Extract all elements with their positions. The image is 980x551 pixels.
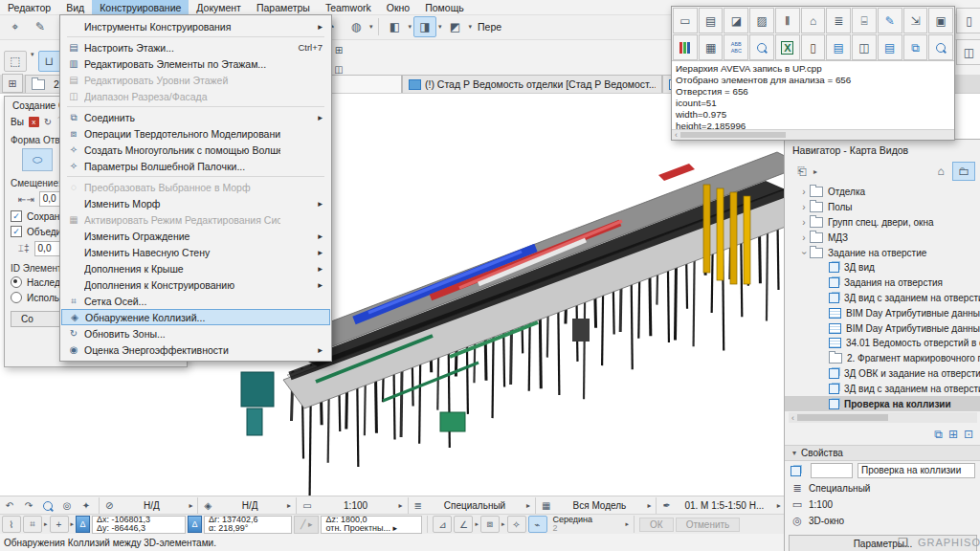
slab-tool-icon[interactable]: ◪ — [724, 8, 748, 33]
transform-icon[interactable]: ⧈ — [480, 516, 500, 533]
delta-z-field[interactable]: Δz: 1800,0 отн. Проектны... ▸ — [321, 516, 422, 534]
menu-teamwork[interactable]: Teamwork — [318, 0, 379, 14]
menu-item[interactable]: Изменить Морф▸ — [61, 195, 330, 211]
tree-expander-icon[interactable]: › — [798, 232, 810, 243]
magic-wand-icon[interactable]: ✧ — [507, 516, 526, 533]
menu-item[interactable]: ⧉Соединить▸ — [61, 109, 330, 125]
view-map-icon[interactable]: 🗀 — [952, 162, 975, 181]
tree-expander-icon[interactable]: › — [798, 217, 810, 228]
redo-icon[interactable]: ↷ — [19, 497, 38, 515]
rename-icon[interactable]: АБВ ABC — [724, 34, 748, 60]
window-last-icon[interactable]: ◩ — [444, 16, 467, 37]
pickup-parameters-icon[interactable]: ⌖ — [4, 16, 27, 37]
rotate-icon[interactable]: ↻ — [44, 117, 52, 127]
angle-snap-icon[interactable]: ∠ — [454, 516, 473, 533]
delta-r-angle-field[interactable]: Δr: 137402,6α: 218,99° — [204, 516, 292, 534]
tab-overview-button[interactable]: ⊞ — [2, 74, 23, 93]
tree-item[interactable]: 3Д вид — [785, 260, 980, 276]
tree-item[interactable]: Задания на отверстия — [785, 276, 980, 291]
collapse-icon[interactable]: ▾ — [792, 449, 796, 457]
zoom-icon[interactable] — [38, 497, 57, 515]
snap-point-field[interactable]: Середина2 — [549, 517, 624, 533]
origin-icon[interactable]: + — [50, 516, 69, 533]
menu-помощь[interactable]: Помощь — [417, 0, 472, 14]
door-panel-icon[interactable]: ▯ — [956, 8, 980, 33]
menu-конструирование[interactable]: Конструирование — [92, 0, 189, 14]
hierarchy-tool-icon[interactable]: ⌸ — [852, 8, 877, 33]
pen-set-combo[interactable]: ✒01. М 1:5-1:50 Н...▸ — [659, 497, 782, 514]
tree-item[interactable]: ›Отделка — [785, 185, 980, 200]
scale-combo[interactable]: ▭1:100▸ — [300, 497, 404, 514]
keep-checkbox[interactable]: ✓ — [11, 210, 22, 222]
view-name-input[interactable]: Проверка на коллизии — [858, 463, 975, 478]
menu-документ[interactable]: Документ — [189, 0, 249, 14]
tree-item[interactable]: 3Д вид с заданием на отверстия — [785, 291, 980, 306]
scroll-thumb[interactable] — [680, 132, 786, 138]
tree-item[interactable]: ›Полы — [785, 200, 980, 215]
window-type-value[interactable]: 3D-окно — [809, 516, 844, 526]
tree-item[interactable]: 3Д ОВК и задание на отверстия — [785, 366, 980, 382]
partial-structure-combo[interactable]: ▦Вся Модель▸ — [539, 497, 653, 514]
mep-tool-icon[interactable]: ≣ — [826, 8, 851, 33]
project-chooser-icon[interactable]: ⎗ — [791, 162, 813, 181]
menu-item[interactable]: ▤Настроить Этажи...Ctrl+7 — [61, 39, 330, 55]
tree-scrollbar[interactable]: ‹ — [789, 412, 977, 423]
house-tool-icon[interactable]: ⌂ — [801, 8, 826, 33]
menu-item[interactable]: ✧Параметры Волшебной Палочки... — [61, 158, 330, 174]
menu-item[interactable]: ▥Редактировать Элементы по Этажам... — [61, 55, 330, 72]
link-boxes-icon[interactable]: ⧉ — [903, 34, 928, 60]
view-id-input[interactable] — [811, 463, 853, 478]
report-scrollbar[interactable]: ‹ — [672, 129, 954, 140]
menu-параметры[interactable]: Параметры — [249, 0, 318, 14]
window-panel-icon[interactable]: ◫ — [956, 39, 980, 65]
tree-item[interactable]: ›МДЗ — [785, 230, 980, 245]
analysis-bars-icon[interactable] — [673, 34, 698, 60]
merge-checkbox[interactable]: ✓ — [11, 226, 22, 237]
menu-item[interactable]: ◈Обнаружение Коллизий... — [61, 309, 330, 325]
tree-item[interactable]: 34.01 Ведомость отверстий в стенах и пе — [785, 336, 980, 351]
project-chooser-arrow[interactable]: ▸ — [813, 167, 817, 176]
project-map-icon[interactable]: ⌂ — [929, 162, 952, 181]
scale-value[interactable]: 1:100 — [809, 499, 833, 510]
new-folder-icon[interactable]: ⊞ — [948, 428, 958, 441]
undo-icon[interactable]: ↶ — [0, 497, 19, 515]
window-3d-icon[interactable]: ◨ — [413, 16, 436, 37]
wall-tool-icon[interactable]: ▭ — [673, 8, 698, 33]
save-view-icon[interactable]: ⊡ — [964, 428, 973, 441]
tnn-tool-icon[interactable]: ▣ — [928, 8, 953, 33]
magnet-tool-button[interactable]: ⊔ — [38, 51, 61, 72]
sketch-constraint-icon[interactable]: ⌇ — [2, 516, 21, 533]
grid-snap-icon[interactable]: ⊞ — [329, 41, 348, 58]
tree-item[interactable]: ›Групп спец. двери, окна — [785, 215, 980, 231]
tree-expander-icon[interactable]: › — [799, 247, 810, 258]
window-tool-icon[interactable]: ◫ — [852, 34, 877, 60]
gravity-icon[interactable]: ⌁ — [528, 516, 547, 533]
walk-icon[interactable]: ✦ — [77, 497, 96, 515]
search-icon[interactable] — [749, 34, 774, 60]
menu-item[interactable]: Изменить Ограждение▸ — [61, 228, 330, 244]
menu-item[interactable]: Дополнения к Крыше▸ — [61, 260, 330, 276]
tree-scroll-left-icon[interactable]: ‹ — [789, 413, 797, 423]
line-constraint-button[interactable]: ╱ ▸ — [294, 516, 319, 534]
structure-display-combo[interactable]: ◈Н/Д▸ — [201, 497, 293, 514]
window-fit-icon[interactable]: ◧ — [384, 16, 407, 37]
tree-expander-icon[interactable]: › — [798, 187, 810, 197]
close-badge-icon[interactable]: x — [29, 117, 39, 127]
grid-snap-icon[interactable]: ⌗ — [23, 516, 42, 533]
search2-icon[interactable] — [928, 34, 953, 60]
orbit-icon[interactable]: ◍ — [345, 16, 368, 37]
inherit-radio[interactable] — [11, 276, 22, 288]
orbit-icon[interactable]: ◎ — [57, 497, 77, 515]
clone-view-icon[interactable]: ⧉ — [934, 428, 943, 441]
shape-ellipse-button[interactable]: ⬭ — [22, 148, 53, 171]
tree-item[interactable]: Проверка на коллизии — [785, 396, 980, 411]
tree-item[interactable]: 3Д вид с заданием на отверстия — [785, 381, 980, 396]
tab[interactable]: (!) Стад Р Ведомость отделки [Стад Р Вед… — [402, 75, 662, 93]
menu-item[interactable]: ↻Обновить Зоны... — [61, 325, 330, 342]
coordinate-delta-toggle[interactable]: Δ — [76, 516, 90, 533]
roof-tool-icon[interactable]: ▨ — [749, 8, 774, 33]
menu-вид[interactable]: Вид — [58, 0, 92, 14]
menu-редактор[interactable]: Редактор — [0, 0, 58, 14]
window-stack-icon[interactable]: ❏ — [898, 536, 908, 549]
marquee-tool-button[interactable]: ⬚ — [4, 51, 27, 72]
